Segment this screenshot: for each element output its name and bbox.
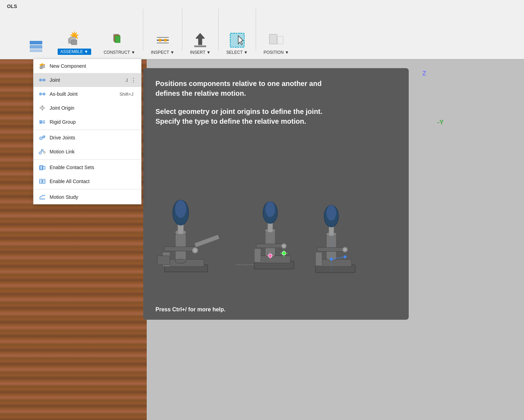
menu-item-enable-contact-sets[interactable]: Enable Contact Sets [34,160,141,174]
svg-rect-46 [40,121,41,122]
construct-button[interactable]: CONSTRUCT ▼ [101,30,138,56]
menu-item-joint[interactable]: Joint J ⋮ [34,73,141,87]
tools-label: OLS [7,3,17,9]
menu-item-enable-all-contact[interactable]: Enable All Contact [34,174,141,188]
construct-label: CONSTRUCT ▼ [104,50,135,55]
assemble-icon [65,30,83,48]
home-icon [27,37,45,55]
joint-tooltip-panel: Positions components relative to one ano… [143,68,409,320]
tooltip-title-line1: Positions components relative to one ano… [155,80,322,87]
motion-study-label: Motion Study [50,194,136,200]
menu-item-joint-origin[interactable]: Joint Origin [34,101,141,115]
svg-rect-44 [43,120,45,124]
divider-3 [218,9,219,51]
rigid-group-label: Rigid Group [50,119,136,125]
position-button[interactable]: POSITION ▼ [261,30,292,56]
axis-z-label: Z [422,70,426,77]
svg-point-72 [39,197,40,198]
svg-point-36 [44,94,45,95]
joint-icon [38,76,46,84]
svg-rect-107 [319,259,352,267]
svg-point-73 [42,195,43,196]
svg-point-86 [194,249,196,252]
assemble-dropdown: New Component Joint J ⋮ As [33,59,141,204]
assemble-button[interactable]: ASSEMBLE ▼ [55,28,94,56]
new-component-icon [38,62,46,70]
position-label: POSITION ▼ [264,50,289,55]
svg-rect-47 [43,121,44,122]
select-icon [228,31,246,49]
menu-item-as-built-joint[interactable]: As-built Joint Shift+J [34,87,141,101]
tooltip-footer: Press Ctrl+/ for more help. [155,306,226,313]
menu-item-motion-study[interactable]: Motion Study [34,190,141,204]
svg-rect-15 [165,39,167,42]
position-section: POSITION ▼ [257,0,296,59]
joint-origin-label: Joint Origin [50,105,136,111]
menu-item-rigid-group[interactable]: Rigid Group [34,115,141,129]
motion-link-label: Motion Link [50,149,136,154]
svg-rect-64 [39,179,42,183]
svg-rect-65 [43,179,45,183]
svg-rect-113 [317,247,346,251]
as-built-joint-label: As-built Joint [50,91,119,97]
select-label: SELECT ▼ [226,50,248,55]
position-icon [267,31,285,49]
enable-contact-sets-label: Enable Contact Sets [50,165,136,170]
svg-point-49 [41,138,42,139]
insert-button[interactable]: INSERT ▼ [187,30,213,56]
svg-point-51 [43,137,44,137]
svg-point-116 [344,248,346,251]
insert-icon [191,31,209,49]
joint-dots[interactable]: ⋮ [131,77,136,84]
svg-rect-2 [30,49,42,52]
svg-point-82 [175,200,187,218]
menu-item-new-component[interactable]: New Component [34,59,141,73]
select-button[interactable]: SELECT ▼ [224,30,251,56]
assemble-label: ASSEMBLE ▼ [58,49,91,55]
insert-label: INSERT ▼ [190,50,211,55]
svg-point-95 [265,201,275,217]
svg-point-79 [175,259,186,263]
joint-origin-icon [38,104,46,112]
svg-rect-90 [258,256,291,263]
svg-point-112 [326,205,336,221]
svg-rect-59 [39,166,42,170]
toolbar: OLS [0,0,524,59]
enable-all-contact-label: Enable All Contact [50,179,136,184]
all-contact-icon [38,178,46,185]
divider-after-all-contact [34,189,141,189]
svg-rect-6 [71,40,77,45]
as-built-joint-icon [38,90,46,98]
tooltip-title: Positions components relative to one ano… [155,79,396,98]
tools-label-section: OLS [3,0,21,59]
construct-section: CONSTRUCT ▼ [97,0,141,59]
svg-rect-43 [39,120,42,124]
svg-rect-22 [277,36,283,44]
joint-label: Joint [50,77,126,83]
new-component-label: New Component [50,63,136,69]
divider-4 [256,9,256,51]
svg-rect-17 [194,45,206,47]
svg-rect-0 [30,41,42,44]
drive-joints-label: Drive Joints [50,135,136,140]
home-button[interactable] [24,35,48,56]
tooltip-subtitle: Select geometry or joint origins to defi… [155,107,396,126]
svg-rect-21 [269,34,277,44]
svg-rect-88 [157,256,170,265]
svg-point-99 [283,245,285,247]
svg-line-56 [41,151,42,152]
axis-y-label: -Y [437,119,444,126]
menu-item-motion-link[interactable]: Motion Link [34,145,141,159]
divider-2 [182,9,182,51]
menu-item-drive-joints[interactable]: Drive Joints [34,131,141,145]
home-section [21,0,51,59]
svg-point-35 [40,94,41,95]
svg-rect-14 [159,39,161,42]
rigid-group-icon [38,118,46,126]
svg-marker-16 [196,33,205,45]
svg-point-57 [44,152,45,153]
tooltip-subtitle-line2: Specify the type to define the relative … [155,117,306,125]
inspect-icon [154,31,172,49]
divider-1 [143,9,143,51]
inspect-button[interactable]: INSPECT ▼ [148,30,177,56]
